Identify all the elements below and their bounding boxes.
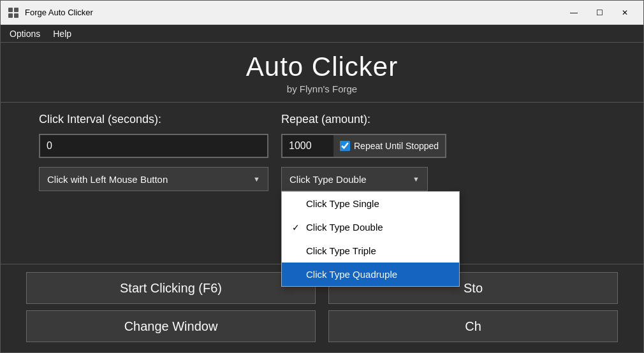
click-type-triple-item[interactable]: Click Type Triple [282,239,459,263]
mouse-button-dropdown[interactable]: Click with Left Mouse Button ▼ [39,167,268,191]
click-type-double-label: Click Type Double [306,222,383,233]
click-type-dropdown-menu: Click Type Single ✓ Click Type Double Cl… [281,191,460,287]
window-title: Forge Auto Clicker [25,8,562,17]
maximize-button[interactable]: ☐ [587,3,611,22]
app-window: Forge Auto Clicker — ☐ ✕ Options Help Au… [0,0,644,353]
click-type-quadruple-item[interactable]: Click Type Quadruple [282,263,459,286]
labels-row: Click Interval (seconds): Repeat (amount… [39,113,605,126]
app-icon [7,6,20,19]
click-type-single-label: Click Type Single [306,198,379,209]
window-controls: — ☐ ✕ [562,3,637,22]
repeat-input[interactable] [282,135,333,157]
click-type-label: Click Type Double [289,174,367,185]
click-type-dropdown[interactable]: Click Type Double ▼ [281,167,428,191]
interval-input[interactable] [39,134,268,158]
mouse-button-label: Click with Left Mouse Button [47,174,168,185]
svg-rect-2 [8,13,13,18]
click-type-triple-label: Click Type Triple [306,245,376,256]
repeat-label: Repeat (amount): [281,113,370,126]
click-type-arrow-icon: ▼ [413,175,420,183]
close-button[interactable]: ✕ [613,3,637,22]
change-window-button[interactable]: Change Window [26,310,316,342]
repeat-checkbox-area: Repeat Until Stopped [333,135,445,157]
svg-rect-3 [14,13,18,18]
click-type-single-item[interactable]: Click Type Single [282,192,459,215]
ch-button[interactable]: Ch [328,310,618,342]
menu-bar: Options Help [1,25,643,43]
menu-options[interactable]: Options [3,26,47,41]
repeat-until-label: Repeat Until Stopped [354,141,439,151]
app-title: Auto Clicker [1,52,643,82]
minimize-button[interactable]: — [562,3,586,22]
app-subtitle: by Flynn's Forge [1,83,643,94]
click-type-quadruple-label: Click Type Quadruple [306,269,397,280]
repeat-until-stopped-checkbox[interactable] [340,141,350,151]
repeat-group: Repeat Until Stopped [281,134,446,158]
start-clicking-button[interactable]: Start Clicking (F6) [26,272,316,304]
header-section: Auto Clicker by Flynn's Forge [1,43,643,103]
inputs-row: Repeat Until Stopped [39,134,605,158]
main-content: Click Interval (seconds): Repeat (amount… [1,103,643,264]
dropdowns-row: Click with Left Mouse Button ▼ Click Typ… [39,167,605,191]
double-check-icon: ✓ [292,222,301,233]
interval-label: Click Interval (seconds): [39,113,268,126]
svg-rect-0 [8,8,13,12]
click-type-double-item[interactable]: ✓ Click Type Double [282,215,459,239]
btn-row-2: Change Window Ch [26,310,618,342]
menu-help[interactable]: Help [47,26,78,41]
title-bar: Forge Auto Clicker — ☐ ✕ [1,1,643,25]
mouse-button-arrow-icon: ▼ [253,175,260,183]
svg-rect-1 [14,8,18,12]
